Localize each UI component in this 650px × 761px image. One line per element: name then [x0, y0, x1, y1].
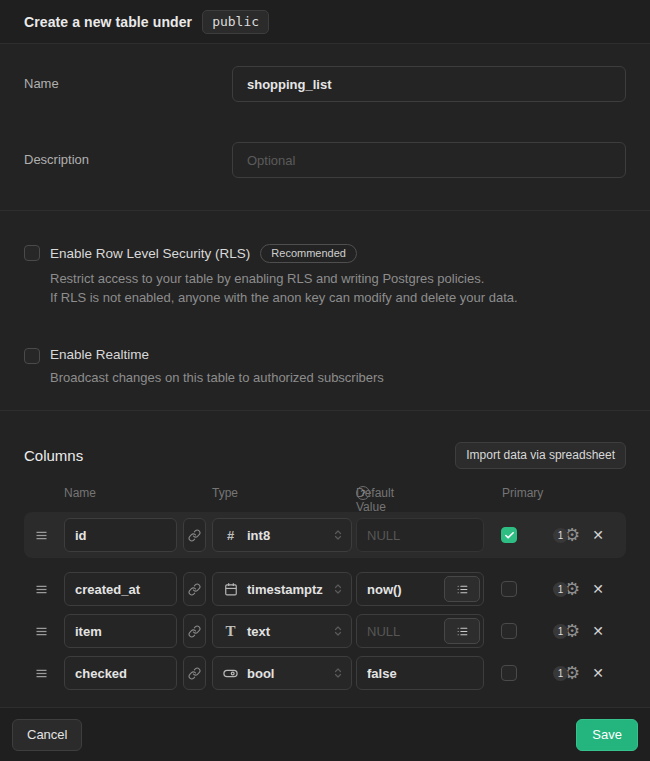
drag-handle-icon[interactable] [34, 582, 50, 597]
panel-title: Create a new table under [24, 14, 192, 30]
column-settings-button[interactable]: 1 ⚙ [553, 526, 580, 544]
remove-column-button[interactable]: ✕ [590, 663, 606, 683]
column-type-value: timestamptz [247, 582, 323, 597]
foreign-key-link-icon[interactable] [183, 572, 206, 606]
settings-count-badge: 1 [553, 528, 568, 543]
column-type-select[interactable]: # int8 [212, 518, 352, 552]
column-settings-button[interactable]: 1 ⚙ [553, 622, 580, 640]
foreign-key-link-icon[interactable] [183, 518, 206, 552]
column-row-created-at: timestamptz 1 ⚙ ✕ [24, 572, 626, 606]
settings-count-badge: 1 [553, 582, 568, 597]
description-label: Description [24, 142, 232, 167]
text-icon: T [223, 623, 238, 640]
remove-column-button[interactable]: ✕ [590, 579, 606, 599]
realtime-label: Enable Realtime [50, 347, 149, 362]
settings-count-badge: 1 [553, 624, 568, 639]
columns-title: Columns [24, 447, 83, 464]
column-type-select[interactable]: bool [212, 656, 352, 690]
column-name-input[interactable] [64, 656, 177, 690]
panel-footer: Cancel Save [0, 707, 650, 761]
default-value-menu-button[interactable] [444, 618, 480, 644]
primary-checkbox[interactable] [501, 623, 517, 639]
table-options-section: Enable Row Level Security (RLS) Recommen… [0, 211, 650, 410]
name-label: Name [24, 66, 232, 91]
rls-description: Restrict access to your table by enablin… [50, 269, 626, 307]
column-row-id: # int8 1 [24, 512, 626, 558]
default-value-menu-button[interactable] [444, 576, 480, 602]
drag-handle-icon[interactable] [34, 666, 50, 681]
drag-handle-icon[interactable] [34, 624, 50, 639]
schema-badge: public [202, 10, 269, 34]
drag-handle-icon[interactable] [34, 528, 50, 543]
remove-column-button[interactable]: ✕ [590, 621, 606, 641]
rls-checkbox[interactable] [24, 245, 40, 261]
cancel-button[interactable]: Cancel [12, 719, 82, 751]
column-default-input[interactable] [356, 518, 484, 552]
panel-header: Create a new table under public [0, 0, 650, 44]
column-row-checked: bool 1 ⚙ ✕ [24, 656, 626, 690]
column-type-value: text [247, 624, 323, 639]
column-settings-button[interactable]: 1 ⚙ [553, 580, 580, 598]
column-type-value: bool [247, 666, 323, 681]
chevron-updown-icon [332, 529, 344, 541]
column-row-item: T text 1 ⚙ [24, 614, 626, 648]
header-primary: Primary [502, 486, 543, 500]
columns-section: Columns Import data via spreadsheet Name… [0, 411, 650, 707]
chevron-updown-icon [332, 625, 344, 637]
columns-table-headers: Name Type Default Value ? Primary [24, 486, 626, 500]
rls-option: Enable Row Level Security (RLS) Recommen… [24, 244, 626, 307]
column-settings-button[interactable]: 1 ⚙ [553, 664, 580, 682]
column-type-value: int8 [247, 528, 323, 543]
column-type-select[interactable]: timestamptz [212, 572, 352, 606]
primary-checkbox[interactable] [501, 527, 517, 543]
table-name-input[interactable] [232, 66, 626, 102]
create-table-panel: Create a new table under public Name Des… [0, 0, 650, 761]
hash-icon: # [223, 528, 238, 543]
realtime-description: Broadcast changes on this table to autho… [50, 368, 626, 387]
chevron-updown-icon [332, 583, 344, 595]
import-spreadsheet-button[interactable]: Import data via spreadsheet [455, 442, 626, 469]
chevron-updown-icon [332, 667, 344, 679]
column-name-input[interactable] [64, 518, 177, 552]
toggle-icon [223, 666, 238, 681]
rls-label: Enable Row Level Security (RLS) [50, 246, 250, 261]
column-name-input[interactable] [64, 614, 177, 648]
column-type-select[interactable]: T text [212, 614, 352, 648]
table-info-section: Name Description [0, 44, 650, 210]
column-name-input[interactable] [64, 572, 177, 606]
recommended-badge: Recommended [260, 244, 357, 263]
table-description-input[interactable] [232, 142, 626, 178]
help-icon[interactable]: ? [356, 486, 370, 500]
realtime-checkbox[interactable] [24, 348, 40, 364]
foreign-key-link-icon[interactable] [183, 614, 206, 648]
settings-count-badge: 1 [553, 666, 568, 681]
column-default-input[interactable] [356, 656, 484, 690]
primary-checkbox[interactable] [501, 665, 517, 681]
calendar-icon [223, 582, 238, 596]
header-type: Type [212, 486, 238, 500]
save-button[interactable]: Save [576, 719, 638, 751]
realtime-option: Enable Realtime Broadcast changes on thi… [24, 347, 626, 387]
header-name: Name [64, 486, 96, 500]
foreign-key-link-icon[interactable] [183, 656, 206, 690]
remove-column-button[interactable]: ✕ [590, 525, 606, 545]
primary-checkbox[interactable] [501, 581, 517, 597]
